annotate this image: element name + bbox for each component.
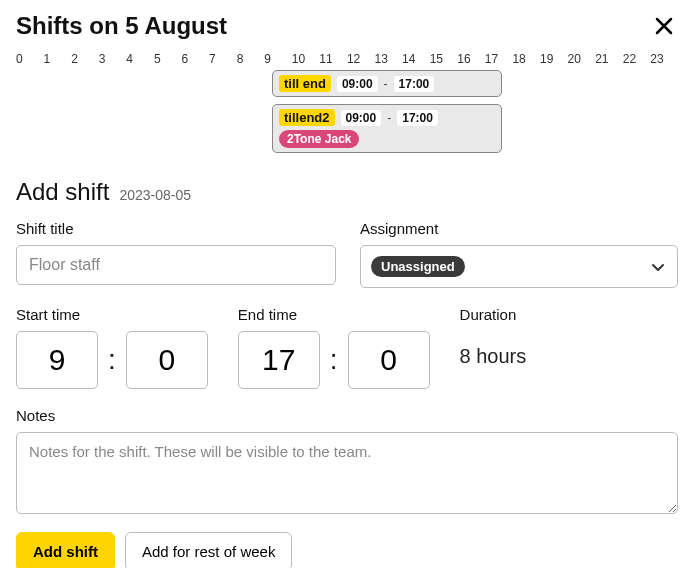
- timeline-hour: 22: [623, 52, 651, 66]
- shift-bar[interactable]: tillend209:00-17:002Tone Jack: [272, 104, 502, 153]
- duration-value: 8 hours: [460, 331, 527, 368]
- start-time-group: Start time :: [16, 306, 208, 389]
- end-time-label: End time: [238, 306, 430, 323]
- timeline-hour: 18: [512, 52, 540, 66]
- timeline-hour: 3: [99, 52, 127, 66]
- dialog-title: Shifts on 5 August: [16, 12, 227, 40]
- assignment-value: Unassigned: [371, 256, 465, 277]
- end-time-group: End time :: [238, 306, 430, 389]
- timeline-hour: 21: [595, 52, 623, 66]
- time-colon: :: [108, 344, 116, 376]
- timeline-hour: 23: [650, 52, 678, 66]
- shift-end-time: 17:00: [394, 76, 435, 92]
- section-title: Add shift: [16, 178, 109, 206]
- start-min-input[interactable]: [126, 331, 208, 389]
- timeline-hour: 10: [292, 52, 320, 66]
- shift-title-field: Shift title: [16, 220, 336, 288]
- close-button[interactable]: [650, 12, 678, 40]
- duration-group: Duration 8 hours: [460, 306, 527, 368]
- shift-start-time: 09:00: [341, 110, 382, 126]
- chevron-down-icon: [649, 258, 667, 276]
- timeline-hour: 8: [237, 52, 265, 66]
- close-icon: [654, 16, 674, 36]
- timeline-hour: 19: [540, 52, 568, 66]
- timeline-hour: 7: [209, 52, 237, 66]
- timeline-hour: 2: [71, 52, 99, 66]
- timeline-hour: 14: [402, 52, 430, 66]
- shift-label: tillend2: [279, 109, 335, 126]
- timeline-body: till end09:00-17:00tillend209:00-17:002T…: [16, 70, 678, 160]
- time-dash: -: [384, 77, 388, 91]
- timeline-hour: 6: [181, 52, 209, 66]
- actions-row: Add shift Add for rest of week: [16, 532, 678, 568]
- section-date: 2023-08-05: [119, 187, 191, 203]
- notes-input[interactable]: [16, 432, 678, 514]
- shift-label: till end: [279, 75, 331, 92]
- timeline-hour: 13: [375, 52, 403, 66]
- shift-assignee: 2Tone Jack: [279, 130, 359, 148]
- add-shift-button[interactable]: Add shift: [16, 532, 115, 568]
- timeline-scale: 01234567891011121314151617181920212223: [16, 52, 678, 70]
- timeline-hour: 17: [485, 52, 513, 66]
- shift-end-time: 17:00: [397, 110, 438, 126]
- shift-title-input[interactable]: [16, 245, 336, 285]
- timeline: 01234567891011121314151617181920212223 t…: [16, 52, 678, 160]
- timeline-hour: 0: [16, 52, 44, 66]
- notes-label: Notes: [16, 407, 678, 424]
- timeline-hour: 11: [319, 52, 347, 66]
- end-hour-input[interactable]: [238, 331, 320, 389]
- timeline-hour: 15: [430, 52, 458, 66]
- notes-field: Notes: [16, 407, 678, 514]
- add-rest-week-button[interactable]: Add for rest of week: [125, 532, 292, 568]
- dialog-header: Shifts on 5 August: [16, 12, 678, 40]
- timeline-hour: 4: [126, 52, 154, 66]
- timeline-hour: 16: [457, 52, 485, 66]
- start-hour-input[interactable]: [16, 331, 98, 389]
- assignment-select[interactable]: Unassigned: [360, 245, 678, 288]
- shift-title-label: Shift title: [16, 220, 336, 237]
- timeline-hour: 20: [568, 52, 596, 66]
- start-time-label: Start time: [16, 306, 208, 323]
- shift-bar[interactable]: till end09:00-17:00: [272, 70, 502, 97]
- assignment-field: Assignment Unassigned: [360, 220, 678, 288]
- section-header: Add shift 2023-08-05: [16, 178, 678, 206]
- timeline-hour: 9: [264, 52, 292, 66]
- timeline-hour: 1: [44, 52, 72, 66]
- end-min-input[interactable]: [348, 331, 430, 389]
- timeline-hour: 5: [154, 52, 182, 66]
- duration-label: Duration: [460, 306, 527, 323]
- time-dash: -: [387, 111, 391, 125]
- shift-start-time: 09:00: [337, 76, 378, 92]
- timeline-hour: 12: [347, 52, 375, 66]
- time-colon: :: [330, 344, 338, 376]
- assignment-label: Assignment: [360, 220, 678, 237]
